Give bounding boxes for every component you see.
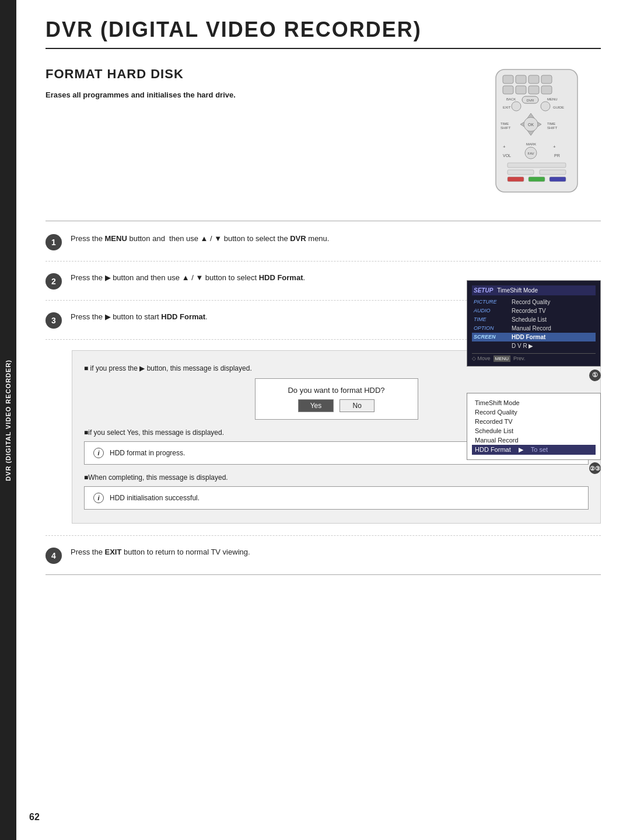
- svg-rect-4: [541, 75, 552, 83]
- badge-1: ①: [589, 370, 601, 381]
- info-icon-2: i: [93, 493, 104, 503]
- success-box: i HDD initialisation successful.: [84, 486, 589, 510]
- menu-screenshot-2: TimeShift Mode Record Quality Recorded T…: [467, 393, 601, 475]
- step-4-text: Press the EXIT button to return to norma…: [71, 546, 250, 559]
- dialog-buttons: Yes No: [267, 399, 406, 412]
- svg-rect-5: [503, 86, 513, 94]
- svg-text:+: +: [553, 144, 556, 149]
- right-panel: SETUP TimeShift Mode PICTURE Record Qual…: [467, 280, 601, 474]
- menu2-row-1: TimeShift Mode: [472, 398, 596, 407]
- remote-control-image: BACK DVR MENU EXIT GUIDE TIME SHIFT: [484, 67, 601, 197]
- svg-rect-38: [528, 177, 545, 182]
- sidebar-label: DVR (DIGITAL VIDEO RECORDER): [0, 0, 16, 840]
- step-4-number: 4: [46, 548, 62, 564]
- svg-rect-3: [528, 75, 539, 83]
- svg-text:DVR: DVR: [527, 99, 534, 102]
- menu2-row-6: HDD Format ▶ To set: [472, 445, 596, 455]
- svg-point-15: [541, 102, 550, 111]
- section-header: FORMAT HARD DISK: [46, 67, 484, 82]
- page-number: 62: [29, 812, 40, 822]
- svg-text:EXIT: EXIT: [503, 106, 511, 109]
- step-1: 1 Press the MENU button and then use ▲ /…: [46, 233, 601, 262]
- svg-text:VOL: VOL: [503, 154, 511, 158]
- svg-rect-7: [528, 86, 539, 94]
- badge-23: ②③: [589, 462, 601, 474]
- svg-text:OK: OK: [528, 123, 534, 127]
- step-3-number: 3: [46, 312, 62, 329]
- svg-rect-6: [516, 86, 526, 94]
- svg-text:TIME: TIME: [501, 122, 509, 126]
- svg-text:FAV: FAV: [528, 152, 534, 155]
- svg-rect-37: [508, 177, 524, 182]
- svg-text:TIME: TIME: [547, 122, 555, 126]
- info-icon-1: i: [93, 448, 104, 458]
- svg-text:GUIDE: GUIDE: [553, 106, 564, 109]
- yes-button: Yes: [298, 399, 334, 412]
- menu-screenshot-1: SETUP TimeShift Mode PICTURE Record Qual…: [467, 280, 601, 381]
- success-text: HDD initialisation successful.: [110, 494, 200, 502]
- svg-rect-8: [541, 86, 552, 94]
- menu2-row-4: Schedule List: [472, 426, 596, 435]
- step-1-number: 1: [46, 234, 62, 250]
- step-1-text: Press the MENU button and then use ▲ / ▼…: [71, 233, 329, 245]
- svg-rect-34: [508, 163, 566, 168]
- menu2-row-3: Recorded TV: [472, 417, 596, 426]
- format-dialog: Do you want to format HDD? Yes No: [255, 378, 418, 420]
- svg-rect-39: [550, 177, 566, 182]
- dialog-text: Do you want to format HDD?: [267, 386, 406, 395]
- svg-text:+: +: [503, 144, 506, 149]
- svg-rect-2: [516, 75, 526, 83]
- menu-screen-2: TimeShift Mode Record Quality Recorded T…: [467, 393, 601, 460]
- menu-screen-1: SETUP TimeShift Mode PICTURE Record Qual…: [467, 280, 601, 367]
- svg-text:SHIFT: SHIFT: [547, 126, 558, 130]
- progress-text: HDD format in progress.: [110, 449, 185, 457]
- svg-text:PR: PR: [554, 154, 560, 158]
- svg-text:MARK: MARK: [526, 142, 536, 146]
- page-title: DVR (DIGITAL VIDEO RECORDER): [46, 18, 601, 49]
- menu2-row-5: Manual Record: [472, 435, 596, 445]
- step-4: 4 Press the EXIT button to return to nor…: [46, 535, 601, 575]
- svg-rect-1: [503, 75, 513, 83]
- step-2-text: Press the ▶ button and then use ▲ / ▼ bu…: [71, 272, 305, 284]
- svg-point-14: [512, 102, 521, 111]
- svg-rect-36: [540, 170, 566, 175]
- no-button: No: [340, 399, 374, 412]
- menu2-row-2: Record Quality: [472, 407, 596, 417]
- svg-text:MENU: MENU: [547, 97, 558, 101]
- info-note-3: ■When completing, this message is displa…: [84, 473, 589, 482]
- svg-text:BACK: BACK: [506, 97, 516, 101]
- description: Erases all programmes and initialises th…: [46, 90, 484, 99]
- step-3-text: Press the ▶ button to start HDD Format.: [71, 311, 208, 323]
- svg-text:SHIFT: SHIFT: [501, 126, 511, 130]
- step-2-number: 2: [46, 273, 62, 290]
- svg-rect-35: [508, 170, 534, 175]
